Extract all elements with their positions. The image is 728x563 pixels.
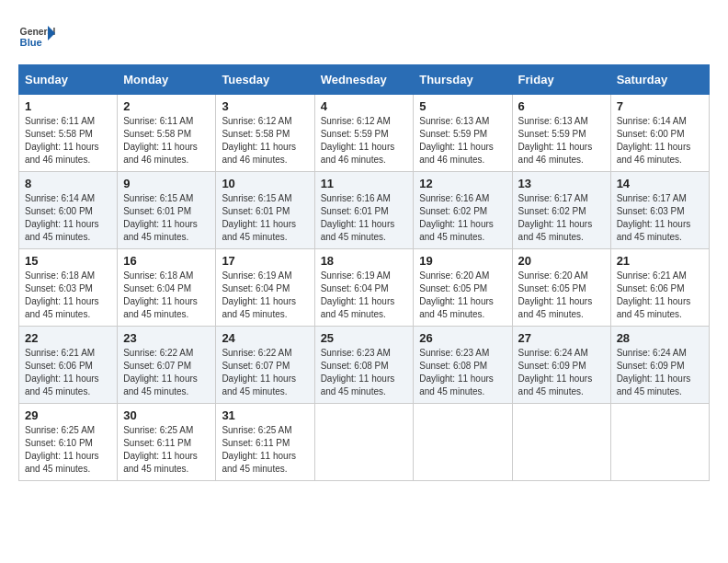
day-info: Sunrise: 6:16 AMSunset: 6:01 PMDaylight:… xyxy=(321,193,395,242)
day-info: Sunrise: 6:19 AMSunset: 6:04 PMDaylight:… xyxy=(222,270,296,319)
page-header: General Blue xyxy=(18,18,710,55)
weekday-header: Monday xyxy=(118,65,216,95)
day-info: Sunrise: 6:15 AMSunset: 6:01 PMDaylight:… xyxy=(222,193,296,242)
weekday-header-row: SundayMondayTuesdayWednesdayThursdayFrid… xyxy=(19,65,710,95)
day-info: Sunrise: 6:20 AMSunset: 6:05 PMDaylight:… xyxy=(419,270,494,319)
day-number: 31 xyxy=(222,408,308,422)
calendar-cell: 19 Sunrise: 6:20 AMSunset: 6:05 PMDaylig… xyxy=(414,249,512,327)
day-info: Sunrise: 6:14 AMSunset: 6:00 PMDaylight:… xyxy=(617,116,691,165)
day-number: 19 xyxy=(419,254,506,268)
calendar-cell: 2 Sunrise: 6:11 AMSunset: 5:58 PMDayligh… xyxy=(118,95,216,172)
day-number: 9 xyxy=(123,177,210,190)
day-number: 4 xyxy=(321,99,408,113)
calendar-cell xyxy=(512,404,610,481)
weekday-header: Friday xyxy=(512,65,610,95)
day-number: 15 xyxy=(25,254,111,268)
calendar-cell: 20 Sunrise: 6:20 AMSunset: 6:05 PMDaylig… xyxy=(512,249,610,327)
day-number: 29 xyxy=(25,408,111,422)
day-info: Sunrise: 6:25 AMSunset: 6:10 PMDaylight:… xyxy=(25,425,99,474)
day-number: 23 xyxy=(123,331,210,345)
calendar-cell: 6 Sunrise: 6:13 AMSunset: 5:59 PMDayligh… xyxy=(512,95,610,172)
day-info: Sunrise: 6:20 AMSunset: 6:05 PMDaylight:… xyxy=(518,270,593,319)
day-info: Sunrise: 6:22 AMSunset: 6:07 PMDaylight:… xyxy=(123,348,198,396)
day-number: 30 xyxy=(123,408,210,422)
calendar-cell: 4 Sunrise: 6:12 AMSunset: 5:59 PMDayligh… xyxy=(314,95,414,172)
day-number: 6 xyxy=(518,99,605,113)
calendar-cell: 10 Sunrise: 6:15 AMSunset: 6:01 PMDaylig… xyxy=(216,172,314,249)
calendar-cell: 22 Sunrise: 6:21 AMSunset: 6:06 PMDaylig… xyxy=(19,327,118,404)
calendar-cell: 25 Sunrise: 6:23 AMSunset: 6:08 PMDaylig… xyxy=(314,327,414,404)
day-info: Sunrise: 6:16 AMSunset: 6:02 PMDaylight:… xyxy=(419,193,494,242)
calendar-cell: 29 Sunrise: 6:25 AMSunset: 6:10 PMDaylig… xyxy=(19,404,118,481)
day-number: 20 xyxy=(518,254,605,268)
day-info: Sunrise: 6:22 AMSunset: 6:07 PMDaylight:… xyxy=(222,348,296,396)
day-number: 21 xyxy=(617,254,703,268)
day-number: 13 xyxy=(518,177,605,190)
calendar-cell: 18 Sunrise: 6:19 AMSunset: 6:04 PMDaylig… xyxy=(314,249,414,327)
calendar-cell: 7 Sunrise: 6:14 AMSunset: 6:00 PMDayligh… xyxy=(610,95,709,172)
day-number: 18 xyxy=(321,254,408,268)
calendar-cell xyxy=(314,404,414,481)
day-info: Sunrise: 6:18 AMSunset: 6:03 PMDaylight:… xyxy=(25,270,99,319)
day-info: Sunrise: 6:11 AMSunset: 5:58 PMDaylight:… xyxy=(25,116,99,165)
day-info: Sunrise: 6:25 AMSunset: 6:11 PMDaylight:… xyxy=(222,425,296,474)
day-info: Sunrise: 6:14 AMSunset: 6:00 PMDaylight:… xyxy=(25,193,99,242)
day-info: Sunrise: 6:15 AMSunset: 6:01 PMDaylight:… xyxy=(123,193,198,242)
calendar-cell: 12 Sunrise: 6:16 AMSunset: 6:02 PMDaylig… xyxy=(414,172,512,249)
calendar-table: SundayMondayTuesdayWednesdayThursdayFrid… xyxy=(18,64,710,481)
calendar-week-row: 29 Sunrise: 6:25 AMSunset: 6:10 PMDaylig… xyxy=(19,404,710,481)
day-info: Sunrise: 6:24 AMSunset: 6:09 PMDaylight:… xyxy=(617,348,691,396)
svg-text:Blue: Blue xyxy=(20,37,42,48)
calendar-week-row: 15 Sunrise: 6:18 AMSunset: 6:03 PMDaylig… xyxy=(19,249,710,327)
weekday-header: Thursday xyxy=(414,65,512,95)
day-number: 25 xyxy=(321,331,408,345)
calendar-cell: 31 Sunrise: 6:25 AMSunset: 6:11 PMDaylig… xyxy=(216,404,314,481)
day-info: Sunrise: 6:21 AMSunset: 6:06 PMDaylight:… xyxy=(25,348,99,396)
day-number: 2 xyxy=(123,99,210,113)
calendar-cell: 8 Sunrise: 6:14 AMSunset: 6:00 PMDayligh… xyxy=(19,172,118,249)
day-number: 22 xyxy=(25,331,111,345)
day-info: Sunrise: 6:13 AMSunset: 5:59 PMDaylight:… xyxy=(419,116,494,165)
calendar-cell: 17 Sunrise: 6:19 AMSunset: 6:04 PMDaylig… xyxy=(216,249,314,327)
day-info: Sunrise: 6:12 AMSunset: 5:59 PMDaylight:… xyxy=(321,116,395,165)
day-number: 10 xyxy=(222,177,308,190)
day-number: 14 xyxy=(617,177,703,190)
day-info: Sunrise: 6:19 AMSunset: 6:04 PMDaylight:… xyxy=(321,270,395,319)
calendar-week-row: 8 Sunrise: 6:14 AMSunset: 6:00 PMDayligh… xyxy=(19,172,710,249)
calendar-cell: 30 Sunrise: 6:25 AMSunset: 6:11 PMDaylig… xyxy=(118,404,216,481)
calendar-cell xyxy=(414,404,512,481)
calendar-cell: 24 Sunrise: 6:22 AMSunset: 6:07 PMDaylig… xyxy=(216,327,314,404)
calendar-cell: 11 Sunrise: 6:16 AMSunset: 6:01 PMDaylig… xyxy=(314,172,414,249)
day-number: 7 xyxy=(617,99,703,113)
day-info: Sunrise: 6:11 AMSunset: 5:58 PMDaylight:… xyxy=(123,116,198,165)
day-number: 17 xyxy=(222,254,308,268)
day-info: Sunrise: 6:24 AMSunset: 6:09 PMDaylight:… xyxy=(518,348,593,396)
weekday-header: Saturday xyxy=(610,65,709,95)
day-number: 5 xyxy=(419,99,506,113)
calendar-cell: 23 Sunrise: 6:22 AMSunset: 6:07 PMDaylig… xyxy=(118,327,216,404)
day-number: 12 xyxy=(419,177,506,190)
day-info: Sunrise: 6:12 AMSunset: 5:58 PMDaylight:… xyxy=(222,116,296,165)
weekday-header: Tuesday xyxy=(216,65,314,95)
calendar-cell: 21 Sunrise: 6:21 AMSunset: 6:06 PMDaylig… xyxy=(610,249,709,327)
calendar-cell: 5 Sunrise: 6:13 AMSunset: 5:59 PMDayligh… xyxy=(414,95,512,172)
day-number: 11 xyxy=(321,177,408,190)
calendar-cell: 3 Sunrise: 6:12 AMSunset: 5:58 PMDayligh… xyxy=(216,95,314,172)
day-number: 24 xyxy=(222,331,308,345)
day-info: Sunrise: 6:21 AMSunset: 6:06 PMDaylight:… xyxy=(617,270,691,319)
day-info: Sunrise: 6:25 AMSunset: 6:11 PMDaylight:… xyxy=(123,425,198,474)
day-info: Sunrise: 6:17 AMSunset: 6:03 PMDaylight:… xyxy=(617,193,691,242)
calendar-week-row: 22 Sunrise: 6:21 AMSunset: 6:06 PMDaylig… xyxy=(19,327,710,404)
day-number: 1 xyxy=(25,99,111,113)
calendar-cell: 13 Sunrise: 6:17 AMSunset: 6:02 PMDaylig… xyxy=(512,172,610,249)
calendar-cell xyxy=(610,404,709,481)
day-info: Sunrise: 6:18 AMSunset: 6:04 PMDaylight:… xyxy=(123,270,198,319)
calendar-cell: 26 Sunrise: 6:23 AMSunset: 6:08 PMDaylig… xyxy=(414,327,512,404)
day-info: Sunrise: 6:23 AMSunset: 6:08 PMDaylight:… xyxy=(321,348,395,396)
calendar-cell: 28 Sunrise: 6:24 AMSunset: 6:09 PMDaylig… xyxy=(610,327,709,404)
day-number: 8 xyxy=(25,177,111,190)
day-info: Sunrise: 6:13 AMSunset: 5:59 PMDaylight:… xyxy=(518,116,593,165)
calendar-cell: 15 Sunrise: 6:18 AMSunset: 6:03 PMDaylig… xyxy=(19,249,118,327)
calendar-cell: 27 Sunrise: 6:24 AMSunset: 6:09 PMDaylig… xyxy=(512,327,610,404)
day-info: Sunrise: 6:17 AMSunset: 6:02 PMDaylight:… xyxy=(518,193,593,242)
